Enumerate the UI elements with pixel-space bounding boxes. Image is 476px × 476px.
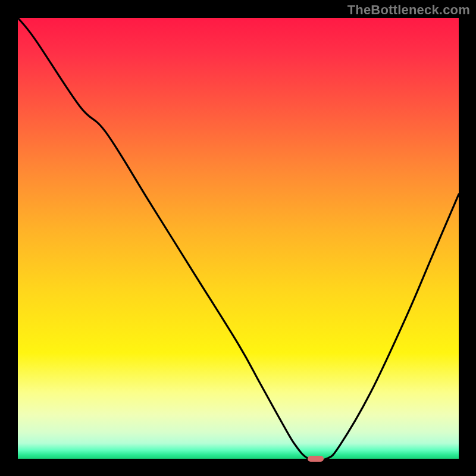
plot-gradient-background [18, 18, 459, 459]
chart-frame: { "watermark": "TheBottleneck.com", "cha… [0, 0, 476, 476]
watermark-text: TheBottleneck.com [347, 2, 470, 18]
